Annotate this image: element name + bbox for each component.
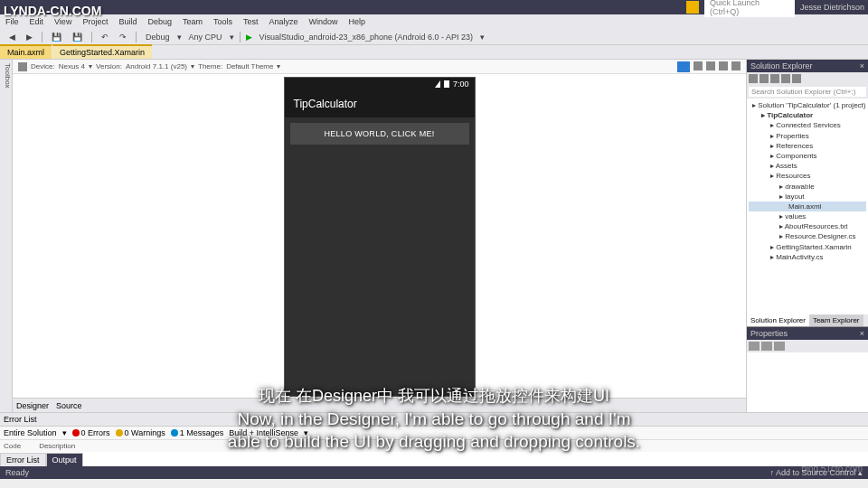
solution-explorer-panel: Solution Explorer × Search Solution Expl…	[746, 60, 868, 412]
properties-body	[747, 352, 868, 412]
toolbox-rail[interactable]: Toolbox	[0, 60, 13, 412]
settings-icon[interactable]	[731, 61, 741, 70]
quick-launch-input[interactable]: Quick Launch (Ctrl+Q)	[704, 0, 795, 17]
close-icon[interactable]: ×	[860, 329, 864, 338]
run-icon[interactable]: ▶	[246, 33, 252, 42]
bottom-watermark: blog.51cto.com	[801, 464, 863, 474]
tree-node[interactable]: ▸ AboutResources.txt	[749, 221, 866, 231]
tree-node[interactable]: ▸ Properties	[749, 131, 866, 141]
menu-team[interactable]: Team	[183, 17, 203, 26]
nav-back-icon[interactable]: ◀	[5, 32, 19, 42]
tab-error-list[interactable]: Error List	[0, 453, 46, 466]
designer-toolbar: Device: Nexus 4▾ Version: Android 7.1.1 …	[13, 60, 746, 74]
tab-team-explorer[interactable]: Team Explorer	[809, 314, 863, 326]
collapse-icon[interactable]	[770, 74, 779, 83]
tree-node[interactable]: ▸ TipCalculator	[749, 110, 866, 120]
tab-getting-started[interactable]: GettingStarted.Xamarin	[52, 44, 152, 59]
menu-edit[interactable]: Edit	[30, 17, 44, 26]
save-icon[interactable]: 💾	[48, 32, 65, 42]
properties-toolbar	[747, 340, 868, 352]
col-code[interactable]: Code	[4, 442, 21, 450]
separator	[42, 32, 42, 42]
tree-node[interactable]: ▸ MainActivity.cs	[749, 252, 866, 262]
panel-tabs: Solution Explorer Team Explorer	[747, 314, 868, 326]
separator	[136, 32, 137, 42]
show-all-icon[interactable]	[781, 74, 790, 83]
build-intellisense-dropdown[interactable]: Build + IntelliSense	[229, 428, 298, 437]
redo-icon[interactable]: ↷	[116, 32, 130, 42]
close-icon[interactable]: ×	[860, 61, 864, 70]
tree-node[interactable]: ▸ Resources	[749, 171, 866, 181]
menu-file[interactable]: File	[5, 17, 19, 26]
app-title: TipCalculator	[294, 98, 357, 110]
messages-filter[interactable]: 1 Messages	[171, 428, 224, 437]
device-dropdown[interactable]: Nexus 4	[59, 62, 85, 70]
home-icon[interactable]	[749, 74, 758, 83]
undo-icon[interactable]: ↶	[98, 32, 112, 42]
menu-tools[interactable]: Tools	[213, 17, 232, 26]
hello-world-button[interactable]: HELLO WORLD, CLICK ME!	[290, 123, 469, 145]
tree-node[interactable]: Main.axml	[749, 202, 866, 211]
tree-node[interactable]: ▸ values	[749, 211, 866, 221]
menu-analyze[interactable]: Analyze	[269, 17, 298, 26]
properties-icon[interactable]	[792, 74, 801, 83]
solution-tree[interactable]: ▸ Solution 'TipCalculator' (1 project)▸ …	[747, 99, 868, 314]
designer-area: Device: Nexus 4▾ Version: Android 7.1.1 …	[13, 60, 746, 412]
bottom-tabs: Error List Output	[0, 453, 868, 466]
tree-node[interactable]: ▸ layout	[749, 192, 866, 202]
device-label: Device:	[31, 62, 55, 70]
user-label: Jesse Dietrichson	[800, 3, 864, 12]
theme-dropdown[interactable]: Default Theme	[226, 62, 273, 70]
warnings-filter[interactable]: 0 Warnings	[116, 428, 165, 437]
menu-test[interactable]: Test	[243, 17, 259, 26]
statusbar: Ready ↑ Add to Source Control ▴	[0, 466, 868, 479]
run-target-dropdown[interactable]: VisualStudio_android-23_x86_phone (Andro…	[256, 32, 477, 42]
designer-view-icon[interactable]	[677, 61, 690, 72]
zoom-in-icon[interactable]	[706, 61, 715, 70]
tree-node[interactable]: ▸ Solution 'TipCalculator' (1 project)	[749, 100, 866, 110]
az-icon[interactable]	[761, 342, 772, 351]
tab-solution-explorer[interactable]: Solution Explorer	[747, 314, 809, 326]
categorize-icon[interactable]	[749, 342, 760, 351]
tree-node[interactable]: ▸ Resource.Designer.cs	[749, 231, 866, 241]
phone-statusbar: 7:00	[285, 78, 475, 90]
platform-dropdown[interactable]: Any CPU	[185, 32, 226, 42]
menu-window[interactable]: Window	[309, 17, 338, 26]
tab-output[interactable]: Output	[46, 453, 83, 466]
errors-filter[interactable]: 0 Errors	[72, 428, 110, 437]
menu-help[interactable]: Help	[349, 17, 366, 26]
rotate-icon[interactable]	[719, 61, 728, 70]
menu-project[interactable]: Project	[82, 17, 108, 26]
theme-label: Theme:	[198, 62, 222, 70]
tree-node[interactable]: ▸ Assets	[749, 161, 866, 171]
refresh-icon[interactable]	[760, 74, 769, 83]
tree-node[interactable]: ▸ References	[749, 141, 866, 151]
scope-dropdown[interactable]: Entire Solution	[4, 428, 57, 437]
designer-canvas[interactable]: 7:00 TipCalculator HELLO WORLD, CLICK ME…	[13, 74, 746, 398]
wrench-icon[interactable]	[774, 342, 785, 351]
tab-designer[interactable]: Designer	[16, 401, 49, 410]
tree-node[interactable]: ▸ Connected Services	[749, 120, 866, 130]
zoom-out-icon[interactable]	[693, 61, 703, 70]
col-description[interactable]: Description	[39, 442, 75, 450]
menu-view[interactable]: View	[54, 17, 71, 26]
notification-icon[interactable]	[686, 1, 699, 14]
tab-source[interactable]: Source	[56, 401, 82, 410]
nav-fwd-icon[interactable]: ▶	[23, 32, 36, 42]
solution-toolbar	[747, 72, 868, 85]
menu-debug[interactable]: Debug	[147, 17, 172, 26]
version-dropdown[interactable]: Android 7.1.1 (v25)	[126, 62, 187, 70]
solution-search-input[interactable]: Search Solution Explorer (Ctrl+;)	[749, 87, 866, 97]
tree-node[interactable]: ▸ Components	[749, 151, 866, 161]
menu-build[interactable]: Build	[118, 17, 137, 26]
properties-header: Properties ×	[747, 327, 868, 340]
tree-node[interactable]: ▸ GettingStarted.Xamarin	[749, 242, 866, 252]
toolbar: ◀ ▶ 💾 💾 ↶ ↷ Debug▾ Any CPU▾ ▶ VisualStud…	[0, 29, 868, 45]
config-dropdown[interactable]: Debug	[142, 32, 174, 42]
battery-icon	[444, 80, 449, 88]
save-all-icon[interactable]: 💾	[69, 32, 86, 42]
tab-main-axml[interactable]: Main.axml	[0, 44, 52, 59]
tree-node[interactable]: ▸ drawable	[749, 182, 866, 192]
warning-icon	[116, 429, 123, 436]
info-icon	[171, 429, 178, 436]
